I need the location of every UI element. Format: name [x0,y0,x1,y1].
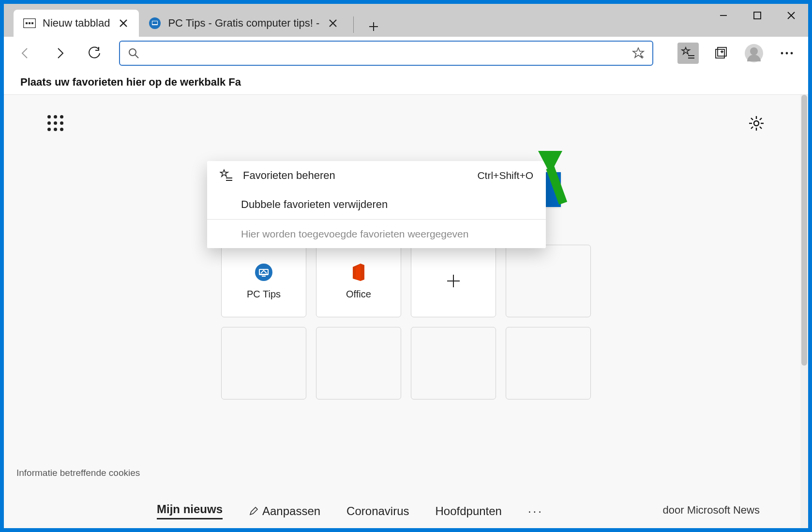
tile-empty[interactable] [411,327,496,399]
tab-title: PC Tips - Gratis computer tips! - [168,17,319,30]
favorites-empty-text: Hier worden toegevoegde favorieten weerg… [207,219,546,248]
refresh-button[interactable] [84,43,105,64]
favorites-list-icon [681,46,695,60]
close-window-button[interactable] [774,4,808,27]
news-tab-aanpassen[interactable]: Aanpassen [249,504,320,518]
svg-rect-1 [26,22,28,24]
tile-empty[interactable] [506,327,591,399]
svg-point-12 [786,52,788,55]
collections-icon [714,46,728,60]
svg-point-11 [781,52,783,55]
tab-strip: Nieuw tabblad PC Tips - Gratis computer … [4,4,384,37]
tab-title: Nieuw tabblad [43,17,110,30]
toolbar [4,37,808,70]
maximize-button[interactable] [740,4,774,27]
svg-rect-9 [716,49,724,58]
profile-button[interactable] [743,43,765,64]
favorites-manage-item[interactable]: Favorieten beheren Ctrl+Shift+O [207,161,546,190]
news-nav: Mijn nieuws Aanpassen Coronavirus Hoofdp… [157,502,655,519]
new-tab-button[interactable] [363,16,384,37]
svg-rect-7 [754,12,761,19]
tile-pctips[interactable]: PC Tips [221,245,306,317]
news-tab-mijn-nieuws[interactable]: Mijn nieuws [157,502,223,519]
browser-window: Nieuw tabblad PC Tips - Gratis computer … [4,4,808,528]
svg-rect-3 [31,22,33,24]
arrow-right-icon [53,46,67,60]
address-bar[interactable] [119,41,653,66]
apps-grid-button[interactable] [47,115,63,132]
new-tab-icon [23,18,36,28]
tile-empty[interactable] [221,327,306,399]
news-credit: door Microsoft News [662,504,760,517]
news-nav-overflow[interactable]: ··· [528,504,543,518]
keyboard-shortcut: Ctrl+Shift+O [477,170,533,181]
menu-item-label: Dubbele favorieten verwijderen [241,198,388,211]
scrollbar-thumb[interactable] [801,95,807,366]
pctips-icon [254,263,273,282]
tile-add[interactable] [411,245,496,317]
tab-new-tab[interactable]: Nieuw tabblad [14,10,139,37]
tab-separator [353,16,354,33]
svg-point-8 [129,49,136,56]
page-settings-button[interactable] [748,115,765,132]
office-icon [349,263,368,282]
bookmarks-bar: Plaats uw favorieten hier op de werkbalk… [4,70,808,95]
plus-icon [444,271,463,291]
favorites-menu: Favorieten beheren Ctrl+Shift+O Dubbele … [207,161,546,248]
menu-item-label: Favorieten beheren [243,169,335,182]
titlebar: Nieuw tabblad PC Tips - Gratis computer … [4,4,808,37]
cookies-info-link[interactable]: Informatie betreffende cookies [16,468,140,478]
svg-rect-6 [152,21,157,24]
minimize-icon [719,11,728,20]
site-favicon-icon [149,17,161,30]
svg-point-14 [754,121,759,126]
tile-label: PC Tips [247,289,281,300]
close-icon [787,11,796,20]
maximize-icon [753,12,761,19]
address-input[interactable] [147,47,624,59]
favorites-button[interactable] [677,43,699,64]
pencil-icon [249,506,258,516]
gear-icon [748,115,765,132]
toolbar-right [677,43,797,64]
annotation-arrow [532,151,581,209]
favorites-list-icon [220,169,233,182]
tile-empty[interactable] [506,245,591,317]
close-icon[interactable] [117,16,130,30]
tab-pc-tips[interactable]: PC Tips - Gratis computer tips! - [139,10,348,37]
minimize-button[interactable] [707,4,740,27]
tile-label: Office [346,289,371,300]
arrow-left-icon [18,46,32,60]
svg-rect-2 [29,22,30,24]
news-tab-hoofdpunten[interactable]: Hoofdpunten [436,504,502,518]
plus-icon [368,21,379,32]
more-icon [780,51,794,55]
svg-rect-19 [262,276,266,277]
svg-point-13 [791,52,793,55]
back-button[interactable] [15,43,36,64]
bookmarks-bar-text: Plaats uw favorieten hier op de werkbalk… [20,76,241,89]
refresh-icon [88,46,102,60]
quick-links: PC Tips Office [221,245,591,399]
collections-button[interactable] [710,43,732,64]
close-icon[interactable] [326,16,340,30]
window-controls [707,4,808,27]
svg-rect-21 [546,166,568,205]
new-tab-page: PC Tips Office Informatie betreffende co… [4,95,808,528]
avatar-icon [745,44,763,62]
menu-button[interactable] [776,43,797,64]
scrollbar[interactable] [800,95,808,528]
add-favorite-icon[interactable] [632,47,645,59]
news-tab-coronavirus[interactable]: Coronavirus [346,504,409,518]
search-icon [128,47,139,59]
favorites-remove-dupes-item[interactable]: Dubbele favorieten verwijderen [207,190,546,219]
tile-empty[interactable] [316,327,401,399]
forward-button[interactable] [49,43,71,64]
tile-office[interactable]: Office [316,245,401,317]
